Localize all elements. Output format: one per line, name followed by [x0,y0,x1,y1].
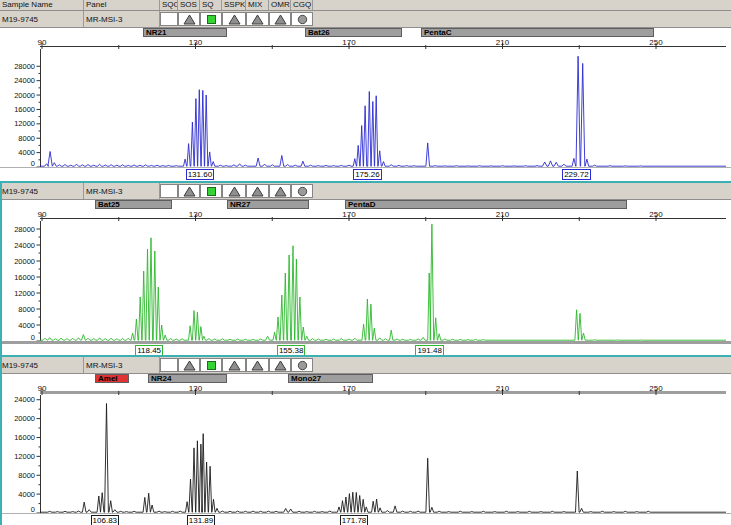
cgq-flag-circle-icon[interactable] [291,184,313,198]
column-header-panel[interactable]: Panel [84,0,160,10]
trace-plot-row[interactable]: 04000800012000160002000024000 [0,395,731,513]
trace-plot[interactable]: 04000800012000160002000024000 [0,395,731,513]
trace-plot[interactable]: 0400080001200016000200002400028000 [0,221,731,341]
sample-row[interactable]: M19-9745 MR-MSI-3 [0,183,731,200]
trace-plot-row[interactable]: 0400080001200016000200002400028000 [0,49,731,167]
marker-bar-nr21[interactable]: NR21 [143,28,227,37]
column-header-mix[interactable]: MIX [246,0,269,10]
omr-flag-triangle-icon[interactable] [269,184,291,198]
y-tick-label: 20000 [14,91,35,100]
marker-bar-nr27[interactable]: NR27 [227,200,309,209]
x-tick-label: 130 [189,38,203,47]
column-header-sos[interactable]: SOS [178,0,200,10]
sos-flag-triangle-icon[interactable] [178,184,200,198]
y-tick-label: 24000 [14,241,35,250]
sample-row[interactable]: M19-9745 MR-MSI-3 [0,11,731,28]
marker-label: NR24 [151,374,171,383]
triangle-icon [183,360,196,371]
circle-icon [296,360,309,371]
x-tick-label: 90 [38,210,47,219]
column-header-omr[interactable]: OMR [269,0,291,10]
green-square-icon [205,186,218,197]
row-filler [313,11,731,27]
sos-flag-triangle-icon[interactable] [178,12,200,26]
electropherogram-trace [40,56,726,166]
y-tick-label: 16000 [14,433,35,442]
row-filler [313,357,731,373]
mix-flag-triangle-icon[interactable] [246,184,269,198]
peak-size-label[interactable]: 131.89 [187,515,215,525]
x-tick-label: 170 [342,38,356,47]
peak-size-label[interactable]: 171.78 [340,515,368,525]
marker-bar-amel[interactable]: Amel [95,374,129,383]
x-tick-label: 170 [342,210,356,219]
sq-flag-green-square-icon[interactable] [200,358,222,372]
sq-flag-green-square-icon[interactable] [200,12,222,26]
omr-flag-triangle-icon[interactable] [269,358,291,372]
triangle-icon [228,14,241,25]
mix-flag-triangle-icon[interactable] [246,12,269,26]
trace-plot[interactable]: 0400080001200016000200002400028000 [0,49,731,167]
y-tick-label: 12000 [14,452,35,461]
marker-bar-pentac[interactable]: PentaC [421,28,654,37]
sspk-flag-triangle-icon[interactable] [222,358,246,372]
peak-size-label[interactable]: 106.83 [91,515,119,525]
column-header-cgq[interactable]: CGQ [291,0,313,10]
marker-bar-bat25[interactable]: Bat25 [95,200,172,209]
marker-label: NR27 [230,200,250,209]
column-header-sample-name[interactable]: Sample Name [0,0,84,10]
sample-name-cell: M19-9745 [0,183,84,199]
x-tick-label: 250 [649,210,663,219]
sos-flag-triangle-icon[interactable] [178,358,200,372]
green-square-icon [205,360,218,371]
electropherogram-trace [40,224,726,340]
cgq-flag-circle-icon[interactable] [291,358,313,372]
triangle-icon [251,186,264,197]
marker-bar-mono27[interactable]: Mono27 [288,374,373,383]
x-tick-label: 250 [649,384,663,393]
peak-size-label[interactable]: 131.60 [186,169,214,180]
green-square-icon [205,14,218,25]
cgq-flag-circle-icon[interactable] [291,12,313,26]
column-header-sqo[interactable]: SQO [160,0,178,10]
marker-label: Bat26 [308,28,330,37]
marker-bar-pentad[interactable]: PentaD [345,200,627,209]
marker-label: PentaC [424,28,452,37]
x-tick-label: 210 [496,38,510,47]
y-tick-label: 16000 [14,273,35,282]
panel-name-cell: MR-MSI-3 [84,183,160,199]
circle-icon [296,14,309,25]
marker-bar-nr24[interactable]: NR24 [148,374,227,383]
triangle-icon [251,360,264,371]
marker-label: Amel [98,374,118,383]
sspk-flag-triangle-icon[interactable] [222,12,246,26]
peak-size-label[interactable]: 175.26 [353,169,381,180]
y-tick-label: 4000 [18,148,35,157]
sspk-flag-triangle-icon[interactable] [222,184,246,198]
mix-flag-triangle-icon[interactable] [246,358,269,372]
quality-flags [160,357,313,373]
marker-bar-bat26[interactable]: Bat26 [305,28,402,37]
peak-size-labels-row: 106.83131.89171.78 [0,513,731,525]
marker-bars-row: NR21Bat26PentaC [0,28,731,38]
y-tick-label: 20000 [14,257,35,266]
column-header-sq[interactable]: SQ [200,0,222,10]
sqo-flag-cell[interactable] [160,12,178,26]
sample-name-cell: M19-9745 [0,11,84,27]
marker-label: Bat25 [98,200,120,209]
column-header-filler [313,0,731,10]
triangle-icon [228,186,241,197]
triangle-icon [183,14,196,25]
omr-flag-triangle-icon[interactable] [269,12,291,26]
y-tick-label: 0 [31,333,35,341]
trace-plot-row[interactable]: 0400080001200016000200002400028000 [0,221,731,341]
y-tick-label: 4000 [18,321,35,330]
x-axis-row: 90130170210250 [0,38,731,49]
triangle-icon [183,186,196,197]
sqo-flag-cell[interactable] [160,184,178,198]
sample-row[interactable]: M19-9745 MR-MSI-3 [0,357,731,374]
peak-size-label[interactable]: 229.72 [562,169,590,180]
sq-flag-green-square-icon[interactable] [200,184,222,198]
sqo-flag-cell[interactable] [160,358,178,372]
column-header-sspk[interactable]: SSPK [222,0,246,10]
